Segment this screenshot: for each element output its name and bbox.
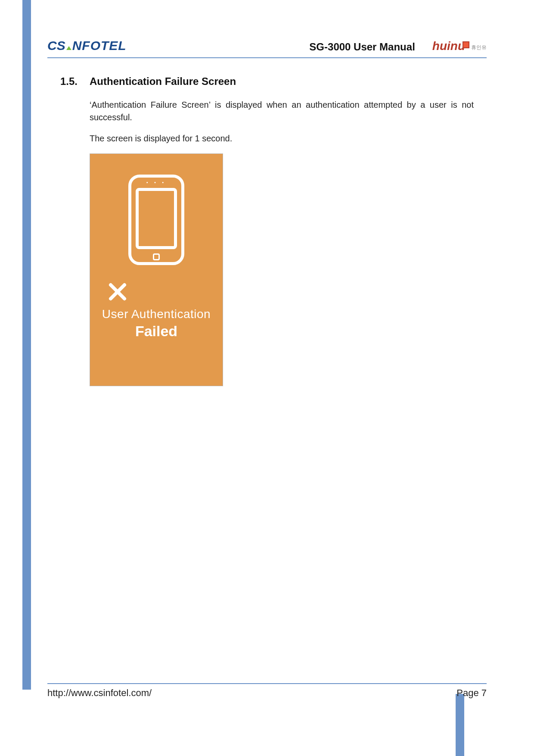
page-content: 1.5. Authentication Failure Screen ‘Auth… — [60, 75, 474, 386]
footer-page-number: Page 7 — [456, 687, 487, 699]
x-icon — [107, 281, 128, 302]
header-right: SG-3000 User Manual huinu휴인유 — [309, 39, 487, 53]
logo-cs-text: CS — [47, 38, 65, 53]
logo-box-icon — [463, 41, 469, 48]
logo-huin-text: huin — [432, 39, 458, 53]
footer-url: http://www.csinfotel.com/ — [47, 687, 152, 699]
logo-csinfotel: CS NFOTEL — [47, 38, 127, 53]
page-footer: http://www.csinfotel.com/ Page 7 — [47, 683, 487, 699]
document-title: SG-3000 User Manual — [309, 41, 415, 53]
logo-triangle-icon — [66, 46, 71, 50]
x-icon-row — [107, 281, 128, 302]
logo-korean-text: 휴인유 — [471, 44, 487, 50]
left-margin-strip — [22, 0, 31, 690]
logo-huinu: huinu휴인유 — [432, 39, 487, 53]
figure-text-line2: Failed — [135, 323, 177, 340]
figure-auth-failure-screen: • • • User Authentication Failed — [90, 153, 223, 386]
page-header: CS NFOTEL SG-3000 User Manual huinu휴인유 — [47, 24, 487, 58]
section-number: 1.5. — [60, 75, 78, 87]
logo-infotel-text: NFOTEL — [72, 38, 127, 53]
device-home-button-icon — [153, 253, 160, 260]
section-paragraph-2: The screen is displayed for 1 second. — [90, 132, 474, 145]
section-title: Authentication Failure Screen — [90, 75, 236, 87]
right-margin-strip — [456, 694, 464, 756]
device-top-dots-icon: • • • — [131, 180, 181, 185]
section-paragraph-1: ‘Authentication Failure Screen’ is displ… — [90, 99, 474, 124]
device-screen-icon — [136, 188, 177, 249]
device-outline-icon: • • • — [128, 175, 184, 265]
section-heading: 1.5. Authentication Failure Screen — [60, 75, 474, 87]
figure-text-line1: User Authentication — [102, 307, 211, 321]
